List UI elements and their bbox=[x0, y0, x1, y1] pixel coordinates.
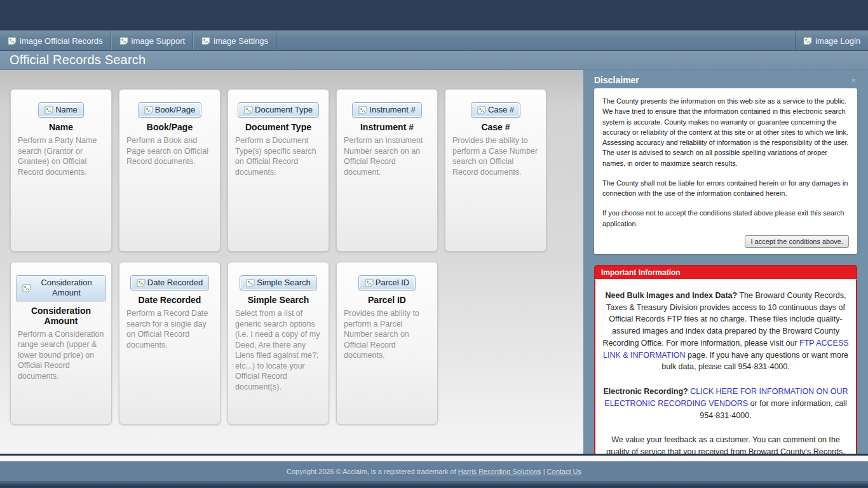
card-description: Select from a list of generic search opt… bbox=[233, 308, 323, 392]
nav-item-label: image Official Records bbox=[20, 36, 103, 46]
broken-image-icon bbox=[803, 37, 812, 45]
disclaimer-paragraph: The County shall not be liable for error… bbox=[602, 178, 849, 199]
book-page-search-button[interactable]: Book/Page bbox=[138, 102, 202, 118]
search-cards-panel: Name Name Perform a Party Name search (G… bbox=[0, 70, 583, 454]
name-search-button[interactable]: Name bbox=[38, 102, 84, 118]
important-information-box: Need Bulk Images and Index Data? The Bro… bbox=[594, 279, 857, 461]
parcel-id-search-button[interactable]: Parcel ID bbox=[358, 275, 416, 290]
broken-image-icon bbox=[22, 284, 31, 292]
card-title: Consideration Amount bbox=[16, 306, 106, 326]
card-title: Simple Search bbox=[233, 295, 323, 305]
top-bar bbox=[0, 0, 868, 30]
right-panel: Disclaimer × The County presents the inf… bbox=[583, 70, 868, 454]
bulk-data-bold: Need Bulk Images and Index Data? bbox=[605, 291, 737, 300]
card-button-label: Consideration Amount bbox=[33, 278, 100, 299]
simple-search-button[interactable]: Simple Search bbox=[240, 275, 317, 290]
copyright-text: Copyright 2026 © Acclaim, is a registere… bbox=[287, 468, 581, 475]
footer-gap bbox=[0, 456, 868, 461]
broken-image-icon bbox=[244, 106, 253, 114]
card-title: Date Recorded bbox=[125, 295, 215, 305]
card-title: Parcel ID bbox=[342, 295, 432, 305]
date-recorded-search-button[interactable]: Date Recorded bbox=[130, 275, 209, 290]
card-description: Perform a Book and Page search on Offici… bbox=[125, 135, 215, 167]
broken-image-icon bbox=[8, 37, 17, 45]
card-row: Name Name Perform a Party Name search (G… bbox=[10, 89, 583, 252]
document-type-search-button[interactable]: Document Type bbox=[238, 102, 319, 118]
card-button-label: Name bbox=[55, 105, 78, 115]
search-card-document-type: Document Type Document Type Perform a Do… bbox=[227, 89, 329, 252]
broken-image-icon bbox=[119, 37, 128, 45]
close-icon[interactable]: × bbox=[850, 76, 857, 85]
disclaimer-paragraph: The County presents the information on t… bbox=[602, 96, 849, 168]
search-card-instrument: Instrument # Instrument # Perform an Ins… bbox=[336, 89, 438, 252]
card-title: Book/Page bbox=[125, 122, 215, 132]
broken-image-icon bbox=[201, 37, 210, 45]
case-search-button[interactable]: Case # bbox=[471, 102, 520, 118]
broken-image-icon bbox=[137, 279, 146, 287]
content-area: Name Name Perform a Party Name search (G… bbox=[0, 70, 868, 454]
nav-item-official-records[interactable]: image Official Records bbox=[0, 31, 111, 50]
card-button-label: Date Recorded bbox=[147, 278, 203, 288]
erecording-bold: Electronic Recording? bbox=[603, 387, 688, 396]
card-title: Document Type bbox=[233, 122, 323, 132]
search-card-parcel-id: Parcel ID Parcel ID Provides the ability… bbox=[336, 262, 438, 424]
bulk-data-text: page. If you have any questions or want … bbox=[661, 351, 848, 372]
consideration-amount-search-button[interactable]: Consideration Amount bbox=[16, 275, 106, 301]
search-card-name: Name Name Perform a Party Name search (G… bbox=[10, 89, 112, 252]
broken-image-icon bbox=[246, 279, 255, 287]
card-row: Consideration Amount Consideration Amoun… bbox=[10, 262, 583, 424]
search-card-consideration-amount: Consideration Amount Consideration Amoun… bbox=[10, 262, 112, 424]
erecording-paragraph: Electronic Recording? CLICK HERE FOR INF… bbox=[602, 386, 850, 421]
nav-item-support[interactable]: image Support bbox=[111, 31, 194, 50]
broken-image-icon bbox=[477, 106, 486, 114]
disclaimer-paragraph: If you choose not to accept the conditio… bbox=[602, 208, 849, 229]
card-description: Perform an Instrument Number search on a… bbox=[342, 135, 432, 177]
important-information-panel: Important Information Need Bulk Images a… bbox=[594, 265, 857, 461]
footer-separator: | bbox=[541, 468, 547, 475]
card-description: Perform a Document Type(s) specific sear… bbox=[233, 135, 323, 177]
card-description: Perform a Record Date search for a singl… bbox=[125, 308, 215, 350]
search-card-simple-search: Simple Search Simple Search Select from … bbox=[227, 262, 329, 424]
page-title: Official Records Search bbox=[0, 53, 146, 67]
card-button-label: Instrument # bbox=[369, 105, 415, 115]
card-title: Instrument # bbox=[342, 122, 432, 132]
card-button-label: Simple Search bbox=[257, 278, 311, 288]
search-card-case: Case # Case # Provides the ability to pe… bbox=[445, 89, 546, 252]
search-card-date-recorded: Date Recorded Date Recorded Perform a Re… bbox=[119, 262, 220, 424]
disclaimer-title: Disclaimer bbox=[594, 75, 639, 85]
card-button-label: Parcel ID bbox=[376, 278, 409, 288]
nav-spacer bbox=[276, 31, 795, 50]
broken-image-icon bbox=[365, 279, 374, 287]
broken-image-icon bbox=[44, 106, 53, 114]
card-button-label: Case # bbox=[488, 105, 514, 115]
copyright-label: Copyright 2026 © Acclaim, is a registere… bbox=[287, 468, 458, 475]
instrument-search-button[interactable]: Instrument # bbox=[352, 102, 421, 118]
bulk-data-paragraph: Need Bulk Images and Index Data? The Bro… bbox=[602, 290, 850, 373]
footer-dark-strip bbox=[0, 482, 868, 488]
harris-recording-solutions-link[interactable]: Harris Recording Solutions bbox=[458, 468, 541, 475]
broken-image-icon bbox=[358, 106, 367, 114]
disclaimer-box: The County presents the information on t… bbox=[594, 88, 857, 254]
card-description: Provides the ability to perform a Case N… bbox=[451, 135, 541, 177]
broken-image-icon bbox=[144, 106, 153, 114]
accept-conditions-button[interactable]: I accept the conditions above. bbox=[745, 235, 849, 248]
title-bar: Official Records Search bbox=[0, 51, 868, 70]
nav-item-label: image Login bbox=[815, 36, 860, 46]
nav-item-login[interactable]: image Login bbox=[795, 31, 868, 50]
main-navbar: image Official Records image Support ima… bbox=[0, 30, 868, 51]
card-button-label: Book/Page bbox=[155, 105, 196, 115]
important-information-title: Important Information bbox=[594, 265, 857, 279]
card-description: Perform a Party Name search (Grantor or … bbox=[16, 135, 106, 177]
card-button-label: Document Type bbox=[255, 105, 313, 115]
footer-bar: Copyright 2026 © Acclaim, is a registere… bbox=[0, 461, 868, 482]
card-description: Perform a Consideration range search (up… bbox=[16, 329, 106, 382]
card-title: Case # bbox=[451, 122, 541, 132]
card-title: Name bbox=[16, 122, 106, 132]
page: image Official Records image Support ima… bbox=[0, 0, 868, 488]
nav-item-label: image Support bbox=[132, 36, 186, 46]
search-card-book-page: Book/Page Book/Page Perform a Book and P… bbox=[119, 89, 220, 252]
nav-item-settings[interactable]: image Settings bbox=[193, 31, 276, 50]
disclaimer-header: Disclaimer × bbox=[594, 75, 857, 85]
card-description: Provides the ability to perform a Parcel… bbox=[342, 308, 432, 361]
contact-us-link[interactable]: Contact Us bbox=[547, 468, 581, 475]
